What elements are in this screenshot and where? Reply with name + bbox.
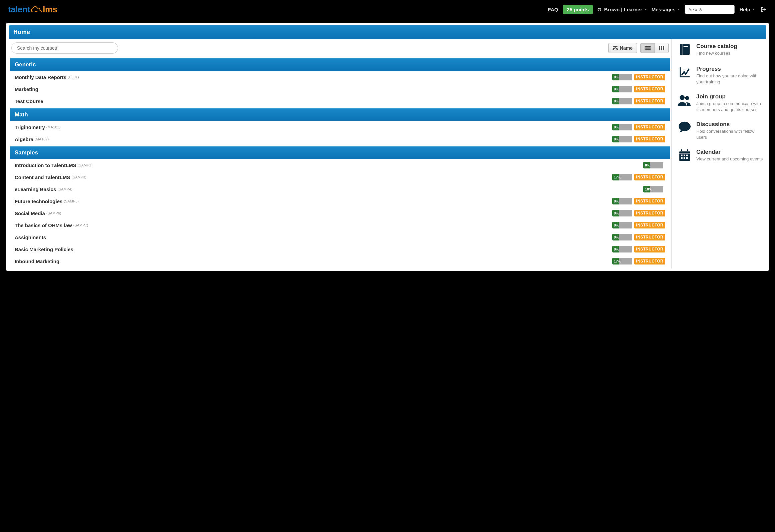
global-search-input[interactable] (685, 5, 735, 14)
book-icon (678, 43, 692, 57)
sidebar-item-title: Course catalog (696, 43, 737, 50)
progress-bar: 17% (612, 174, 632, 180)
course-row: Algebra (MA102)0%INSTRUCTOR (10, 133, 670, 145)
progress-bar: 0% (612, 222, 632, 228)
course-row: The basics of OHMs law (SAMP7)0%INSTRUCT… (10, 219, 670, 231)
instructor-badge: INSTRUCTOR (634, 222, 665, 228)
sidebar-item-calendar[interactable]: CalendarView current and upcoming events (678, 149, 764, 163)
comment-icon (678, 121, 692, 135)
page-title: Home (9, 25, 766, 39)
progress-bar: 0% (643, 162, 663, 168)
help-label: Help (739, 7, 750, 12)
instructor-badge: INSTRUCTOR (634, 74, 665, 80)
sort-label: Name (620, 45, 633, 51)
sidebar-item-course-catalog[interactable]: Course catalogFind new courses (678, 43, 764, 57)
progress-label: 0% (612, 210, 621, 216)
instructor-badge: INSTRUCTOR (634, 98, 665, 104)
course-title[interactable]: Marketing (15, 86, 38, 92)
points-badge[interactable]: 25 points (563, 5, 593, 14)
sidebar-item-join-group[interactable]: Join groupJoin a group to communicate wi… (678, 93, 764, 112)
course-title[interactable]: Assignments (15, 234, 46, 240)
grid-icon (659, 46, 664, 50)
sidebar-item-title: Discussions (696, 121, 764, 128)
sidebar-item-discussions[interactable]: DiscussionsHold conversations with fello… (678, 121, 764, 140)
messages-menu[interactable]: Messages (652, 7, 680, 12)
progress-label: 17% (612, 258, 623, 264)
svg-rect-11 (663, 47, 664, 49)
svg-rect-1 (646, 46, 651, 47)
course-row: Content and TalentLMS (SAMP3)17%INSTRUCT… (10, 171, 670, 183)
logout-icon[interactable] (760, 6, 767, 13)
course-row: Inbound Marketing17%INSTRUCTOR (10, 255, 670, 267)
course-code: (SAMP1) (78, 163, 93, 167)
progress-bar: 18% (643, 186, 663, 192)
course-title[interactable]: Basic Marketing Policies (15, 246, 73, 252)
user-menu[interactable]: G. Brown | Learner (598, 7, 647, 12)
course-title[interactable]: Inbound Marketing (15, 258, 59, 264)
user-label: G. Brown | Learner (598, 7, 642, 12)
instructor-badge: INSTRUCTOR (634, 136, 665, 142)
instructor-badge: INSTRUCTOR (634, 198, 665, 204)
course-title[interactable]: eLearning Basics (15, 186, 56, 192)
course-title[interactable]: Social Media (15, 210, 45, 216)
course-title[interactable]: Introduction to TalentLMS (15, 162, 76, 168)
progress-label: 0% (643, 162, 652, 168)
course-code: (SAMP6) (46, 211, 61, 215)
course-title[interactable]: Monthly Data Reports (15, 74, 66, 80)
svg-rect-3 (646, 48, 651, 49)
category-header[interactable]: Math (10, 108, 670, 121)
progress-label: 0% (612, 124, 621, 130)
svg-rect-12 (659, 49, 660, 50)
course-row: Triginometry (MA101)0%INSTRUCTOR (10, 121, 670, 133)
main-column: Name (9, 39, 671, 269)
sidebar-item-title: Calendar (696, 149, 763, 155)
course-title[interactable]: Triginometry (15, 124, 45, 130)
calendar-icon (678, 149, 692, 163)
instructor-badge: INSTRUCTOR (634, 234, 665, 240)
sidebar-item-desc: View current and upcoming events (696, 156, 763, 162)
faq-link[interactable]: FAQ (548, 7, 558, 12)
progress-bar: 0% (612, 86, 632, 92)
course-code: (SAMP5) (64, 199, 79, 203)
progress-label: 0% (612, 222, 621, 228)
course-title[interactable]: Future technologies (15, 198, 62, 204)
group-icon (678, 93, 692, 107)
svg-rect-6 (659, 46, 660, 47)
progress-bar: 0% (612, 136, 632, 142)
course-search-input[interactable] (11, 42, 118, 54)
sidebar-item-desc: Hold conversations with fellow users (696, 128, 764, 140)
course-title[interactable]: Algebra (15, 136, 33, 142)
sidebar-item-desc: Join a group to communicate with its mem… (696, 101, 764, 112)
list-view-button[interactable] (641, 43, 655, 53)
sort-button[interactable]: Name (608, 43, 637, 53)
help-menu[interactable]: Help (739, 7, 755, 12)
course-row: Monthly Data Reports (D001)0%INSTRUCTOR (10, 71, 670, 83)
grid-view-button[interactable] (655, 43, 668, 53)
category-header[interactable]: Samples (10, 146, 670, 159)
cloud-icon (31, 6, 42, 13)
brand-part2: lms (43, 4, 57, 15)
course-title[interactable]: Test Course (15, 98, 43, 104)
svg-rect-5 (646, 49, 651, 50)
svg-rect-7 (661, 46, 662, 47)
progress-label: 0% (612, 234, 621, 240)
progress-bar: 0% (612, 124, 632, 130)
sidebar-item-title: Join group (696, 93, 764, 100)
course-title[interactable]: The basics of OHMs law (15, 222, 72, 228)
category-header[interactable]: Generic (10, 58, 670, 71)
caret-down-icon (677, 9, 680, 10)
sidebar-item-desc: Find new courses (696, 50, 737, 56)
instructor-badge: INSTRUCTOR (634, 258, 665, 264)
top-nav: talent lms FAQ 25 points G. Brown | Lear… (0, 0, 775, 19)
svg-rect-0 (645, 46, 646, 47)
course-title[interactable]: Content and TalentLMS (15, 174, 70, 180)
brand-logo[interactable]: talent lms (8, 4, 57, 15)
messages-label: Messages (652, 7, 676, 12)
progress-bar: 0% (612, 98, 632, 104)
instructor-badge: INSTRUCTOR (634, 86, 665, 92)
course-row: Social Media (SAMP6)0%INSTRUCTOR (10, 207, 670, 219)
sidebar-item-progress[interactable]: ProgressFind out how you are doing with … (678, 66, 764, 85)
instructor-badge: INSTRUCTOR (634, 246, 665, 252)
progress-bar: 0% (612, 246, 632, 252)
progress-bar: 0% (612, 210, 632, 216)
